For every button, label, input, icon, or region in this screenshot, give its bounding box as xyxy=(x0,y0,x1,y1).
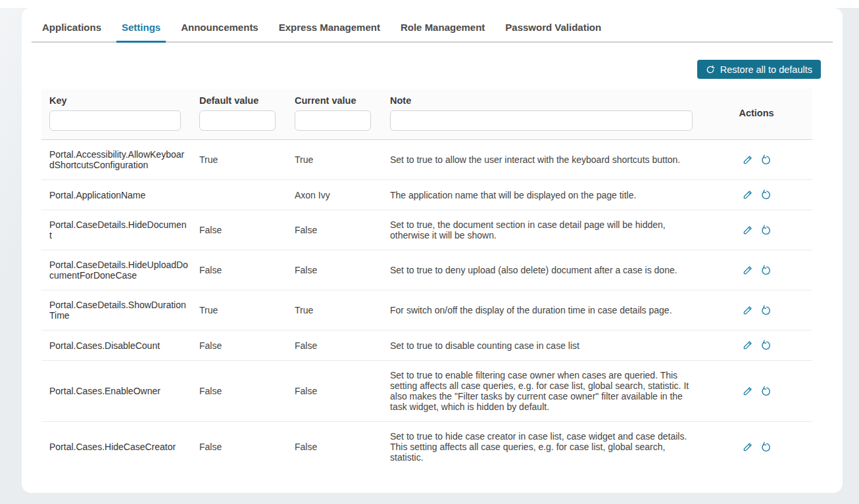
current-value-header-label: Current value xyxy=(295,95,374,106)
note-filter-input[interactable] xyxy=(390,110,693,131)
default-value-header-label: Default value xyxy=(199,95,279,106)
restore-setting-button[interactable] xyxy=(760,340,772,351)
pencil-icon xyxy=(742,265,753,276)
cell-actions xyxy=(700,340,812,351)
table-row: Portal.CaseDetails.HideUploadDocumentFor… xyxy=(41,250,812,290)
tab-password-validation[interactable]: Password Validation xyxy=(504,22,602,41)
table-header: Key Default value Current value Note Act… xyxy=(41,89,812,140)
cell-default-value: False xyxy=(191,225,287,235)
edit-setting-button[interactable] xyxy=(742,305,753,316)
cell-key: Portal.CaseDetails.ShowDurationTime xyxy=(41,300,191,321)
tab-role-management[interactable]: Role Management xyxy=(400,22,485,41)
cell-default-value: True xyxy=(191,305,287,315)
cell-note: Set to true, the document section in cas… xyxy=(382,219,700,241)
pencil-icon xyxy=(742,154,753,166)
restore-setting-button[interactable] xyxy=(760,154,772,166)
table-row: Portal.Cases.HideCaseCreator False False… xyxy=(41,421,812,472)
edit-setting-button[interactable] xyxy=(742,189,753,200)
restore-setting-button[interactable] xyxy=(760,189,772,200)
cell-actions xyxy=(700,305,812,316)
cell-current-value: False xyxy=(287,386,382,396)
cell-note: Set to true to disable counting case in … xyxy=(382,340,700,351)
settings-table: Key Default value Current value Note Act… xyxy=(41,89,812,472)
column-header-current-value: Current value xyxy=(287,95,382,131)
cell-key: Portal.Cases.DisableCount xyxy=(41,340,191,351)
default-value-filter-input[interactable] xyxy=(199,110,276,131)
edit-setting-button[interactable] xyxy=(742,225,753,236)
undo-icon xyxy=(760,225,772,236)
cell-default-value: False xyxy=(191,265,287,275)
cell-default-value: False xyxy=(191,442,287,452)
pencil-icon xyxy=(742,442,753,453)
cell-key: Portal.CaseDetails.HideUploadDocumentFor… xyxy=(41,260,191,281)
edit-setting-button[interactable] xyxy=(742,386,753,397)
undo-icon xyxy=(760,386,772,397)
cell-note: Set to true to enable filtering case own… xyxy=(382,370,700,412)
settings-toolbar: Restore all to defaults xyxy=(22,43,843,79)
undo-icon xyxy=(760,340,772,351)
cell-current-value: True xyxy=(287,154,382,165)
cell-key: Portal.Accessibility.AllowKeyboardShortc… xyxy=(41,149,191,170)
table-row: Portal.ApplicationName Axon Ivy The appl… xyxy=(41,179,812,210)
table-row: Portal.CaseDetails.ShowDurationTime True… xyxy=(41,290,812,330)
tab-settings[interactable]: Settings xyxy=(121,22,161,41)
cell-default-value: False xyxy=(191,340,287,351)
pencil-icon xyxy=(742,340,753,351)
cell-default-value: False xyxy=(191,386,287,396)
table-body: Portal.Accessibility.AllowKeyboardShortc… xyxy=(41,140,812,472)
column-header-actions: Actions xyxy=(700,95,812,131)
edit-setting-button[interactable] xyxy=(742,442,753,453)
refresh-icon xyxy=(706,65,715,74)
cell-current-value: False xyxy=(287,442,382,452)
restore-setting-button[interactable] xyxy=(760,442,772,453)
cell-current-value: False xyxy=(287,225,382,235)
cell-key: Portal.ApplicationName xyxy=(41,190,191,200)
cell-actions xyxy=(700,265,812,276)
cell-note: Set to true to hide case creator in case… xyxy=(382,431,700,463)
cell-current-value: Axon Ivy xyxy=(287,190,382,200)
column-header-note: Note xyxy=(382,95,700,131)
cell-note: Set to true to allow the user interact w… xyxy=(382,154,700,165)
pencil-icon xyxy=(742,189,753,200)
cell-actions xyxy=(700,225,812,236)
undo-icon xyxy=(760,442,772,453)
edit-setting-button[interactable] xyxy=(742,340,753,351)
actions-header-label: Actions xyxy=(739,108,773,118)
pencil-icon xyxy=(742,225,753,236)
cell-actions xyxy=(700,154,812,166)
undo-icon xyxy=(760,154,772,166)
table-row: Portal.Accessibility.AllowKeyboardShortc… xyxy=(41,140,812,179)
restore-all-to-defaults-button[interactable]: Restore all to defaults xyxy=(697,60,821,79)
column-header-default-value: Default value xyxy=(191,95,287,131)
edit-setting-button[interactable] xyxy=(742,265,753,276)
edit-setting-button[interactable] xyxy=(742,154,753,166)
cell-current-value: True xyxy=(287,305,382,315)
table-row: Portal.Cases.EnableOwner False False Set… xyxy=(41,360,812,421)
table-row: Portal.Cases.DisableCount False False Se… xyxy=(41,330,812,360)
current-value-filter-input[interactable] xyxy=(295,110,371,131)
pencil-icon xyxy=(742,305,753,316)
cell-note: The application name that will be displa… xyxy=(382,190,700,200)
tab-express-management[interactable]: Express Management xyxy=(278,22,381,41)
pencil-icon xyxy=(742,386,753,397)
cell-key: Portal.Cases.EnableOwner xyxy=(41,386,191,396)
cell-key: Portal.CaseDetails.HideDocument xyxy=(41,219,191,241)
column-header-key: Key xyxy=(41,95,191,131)
cell-key: Portal.Cases.HideCaseCreator xyxy=(41,442,191,452)
cell-note: Set to true to deny upload (also delete)… xyxy=(382,265,700,275)
undo-icon xyxy=(760,265,772,276)
restore-all-label: Restore all to defaults xyxy=(720,64,812,75)
restore-setting-button[interactable] xyxy=(760,386,772,397)
table-row: Portal.CaseDetails.HideDocument False Fa… xyxy=(41,210,812,250)
key-filter-input[interactable] xyxy=(49,110,181,131)
restore-setting-button[interactable] xyxy=(760,225,772,236)
tab-applications[interactable]: Applications xyxy=(41,22,102,41)
key-header-label: Key xyxy=(49,95,184,106)
cell-note: For switch on/off the display of the dur… xyxy=(382,305,700,315)
cell-default-value: True xyxy=(191,154,287,165)
tab-announcements[interactable]: Announcements xyxy=(180,22,259,41)
restore-setting-button[interactable] xyxy=(760,265,772,276)
cell-current-value: False xyxy=(287,340,382,351)
restore-setting-button[interactable] xyxy=(760,305,772,316)
undo-icon xyxy=(760,305,772,316)
